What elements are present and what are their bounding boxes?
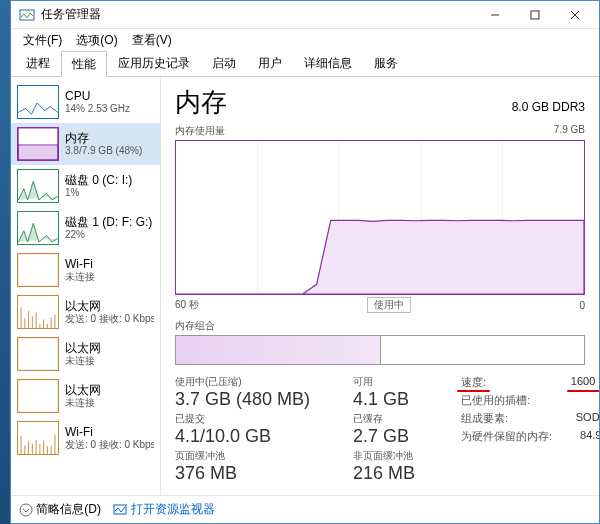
cached-label: 已缓存 — [353, 412, 453, 426]
tab-0[interactable]: 进程 — [15, 50, 61, 76]
window-controls — [475, 3, 595, 27]
sidebar-item-sub: 3.8/7.9 GB (48%) — [65, 145, 142, 157]
in-use-value: 3.7 GB (480 MB) — [175, 389, 345, 410]
memory-chart[interactable]: 内存使用量 7.9 GB 60 秒 使用中 0 — [175, 124, 585, 313]
axis-left-label: 60 秒 — [175, 298, 199, 312]
sidebar-item-label: CPU — [65, 89, 130, 103]
sidebar-item-6[interactable]: 以太网未连接 — [11, 333, 160, 375]
stats-grid: 使用中(已压缩) 3.7 GB (480 MB) 可用 4.1 GB 速度:16… — [175, 375, 585, 484]
content: CPU14% 2.53 GHz内存3.8/7.9 GB (48%)磁盘 0 (C… — [11, 77, 599, 495]
hw-reserved-label: 为硬件保留的内存: — [461, 429, 552, 444]
tab-3[interactable]: 启动 — [201, 50, 247, 76]
sidebar-thumb — [17, 337, 59, 371]
sidebar-item-label: Wi-Fi — [65, 257, 95, 271]
minimize-button[interactable] — [475, 3, 515, 27]
main-panel: 内存 8.0 GB DDR3 内存使用量 7.9 GB 60 秒 使用中 0 内… — [161, 77, 599, 495]
axis-center-badge: 使用中 — [367, 297, 411, 313]
sidebar-item-sub: 未连接 — [65, 397, 101, 409]
available-value: 4.1 GB — [353, 389, 453, 410]
sidebar[interactable]: CPU14% 2.53 GHz内存3.8/7.9 GB (48%)磁盘 0 (C… — [11, 77, 161, 495]
sidebar-item-7[interactable]: 以太网未连接 — [11, 375, 160, 417]
sidebar-thumb — [17, 211, 59, 245]
sidebar-item-5[interactable]: 以太网发送: 0 接收: 0 Kbps — [11, 291, 160, 333]
speed-label: 速度: — [461, 375, 486, 390]
sidebar-item-8[interactable]: Wi-Fi发送: 0 接收: 0 Kbps — [11, 417, 160, 459]
slots-used-label: 已使用的插槽: — [461, 393, 530, 408]
menu-view[interactable]: 查看(V) — [126, 30, 178, 51]
tab-4[interactable]: 用户 — [247, 50, 293, 76]
cached-value: 2.7 GB — [353, 426, 453, 447]
axis-right-label: 0 — [579, 300, 585, 311]
task-manager-window: 任务管理器 文件(F) 选项(O) 查看(V) 进程性能应用历史记录启动用户详细… — [10, 0, 600, 524]
sidebar-item-label: Wi-Fi — [65, 425, 154, 439]
sidebar-thumb — [17, 169, 59, 203]
close-button[interactable] — [555, 3, 595, 27]
sidebar-item-sub: 22% — [65, 229, 152, 241]
sidebar-item-label: 以太网 — [65, 383, 101, 397]
paged-label: 页面缓冲池 — [175, 449, 345, 463]
sidebar-item-3[interactable]: 磁盘 1 (D: F: G:)22% — [11, 207, 160, 249]
memory-slot-0 — [176, 336, 381, 364]
svg-point-34 — [20, 504, 32, 516]
menu-file[interactable]: 文件(F) — [17, 30, 68, 51]
desktop-background-strip — [0, 0, 10, 524]
sidebar-item-2[interactable]: 磁盘 0 (C: I:)1% — [11, 165, 160, 207]
sidebar-item-1[interactable]: 内存3.8/7.9 GB (48%) — [11, 123, 160, 165]
sidebar-thumb — [17, 253, 59, 287]
tab-6[interactable]: 服务 — [363, 50, 409, 76]
in-use-label: 使用中(已压缩) — [175, 375, 345, 389]
fewer-details-toggle[interactable]: 简略信息(D) — [19, 501, 101, 518]
resource-monitor-label: 打开资源监视器 — [131, 501, 215, 518]
sidebar-item-label: 内存 — [65, 131, 142, 145]
form-factor-label: 组成要素: — [461, 411, 508, 426]
chart-usage-label: 内存使用量 — [175, 124, 225, 138]
app-icon — [19, 7, 35, 23]
fewer-details-label: 简略信息(D) — [36, 502, 101, 516]
sidebar-item-label: 以太网 — [65, 341, 101, 355]
sidebar-item-4[interactable]: Wi-Fi未连接 — [11, 249, 160, 291]
sidebar-item-sub: 未连接 — [65, 355, 101, 367]
svg-rect-19 — [18, 380, 58, 412]
sidebar-item-sub: 发送: 0 接收: 0 Kbps — [65, 439, 154, 451]
committed-value: 4.1/10.0 GB — [175, 426, 345, 447]
sidebar-item-0[interactable]: CPU14% 2.53 GHz — [11, 81, 160, 123]
monitor-icon — [113, 503, 127, 517]
available-label: 可用 — [353, 375, 453, 389]
slots-label: 内存组合 — [175, 319, 585, 333]
menu-options[interactable]: 选项(O) — [70, 30, 123, 51]
memory-slot-1 — [381, 336, 585, 364]
speed-value: 1600 MHz — [571, 375, 599, 390]
chart-area[interactable] — [175, 140, 585, 295]
sidebar-thumb — [17, 295, 59, 329]
window-title: 任务管理器 — [41, 6, 475, 23]
sidebar-item-label: 以太网 — [65, 299, 154, 313]
sidebar-item-label: 磁盘 1 (D: F: G:) — [65, 215, 152, 229]
svg-rect-5 — [18, 145, 58, 160]
page-title: 内存 — [175, 85, 227, 120]
hw-reserved-value: 84.9 MB — [580, 429, 599, 444]
committed-label: 已提交 — [175, 412, 345, 426]
sidebar-item-sub: 发送: 0 接收: 0 Kbps — [65, 313, 154, 325]
tab-2[interactable]: 应用历史记录 — [107, 50, 201, 76]
open-resource-monitor-link[interactable]: 打开资源监视器 — [113, 501, 215, 518]
tab-1[interactable]: 性能 — [61, 51, 107, 77]
sidebar-thumb — [17, 421, 59, 455]
sidebar-item-sub: 未连接 — [65, 271, 95, 283]
tabbar: 进程性能应用历史记录启动用户详细信息服务 — [11, 51, 599, 77]
sidebar-thumb — [17, 379, 59, 413]
maximize-button[interactable] — [515, 3, 555, 27]
paged-value: 376 MB — [175, 463, 345, 484]
chart-ymax-label: 7.9 GB — [554, 124, 585, 138]
svg-rect-2 — [531, 11, 539, 19]
sidebar-thumb — [17, 127, 59, 161]
tab-5[interactable]: 详细信息 — [293, 50, 363, 76]
svg-rect-7 — [18, 254, 58, 286]
nonpaged-label: 非页面缓冲池 — [353, 449, 453, 463]
titlebar[interactable]: 任务管理器 — [11, 1, 599, 29]
sidebar-item-label: 磁盘 0 (C: I:) — [65, 173, 132, 187]
sidebar-item-sub: 14% 2.53 GHz — [65, 103, 130, 115]
form-factor-value: SODIMM — [576, 411, 599, 426]
nonpaged-value: 216 MB — [353, 463, 453, 484]
menubar: 文件(F) 选项(O) 查看(V) — [11, 29, 599, 51]
memory-slots[interactable] — [175, 335, 585, 365]
